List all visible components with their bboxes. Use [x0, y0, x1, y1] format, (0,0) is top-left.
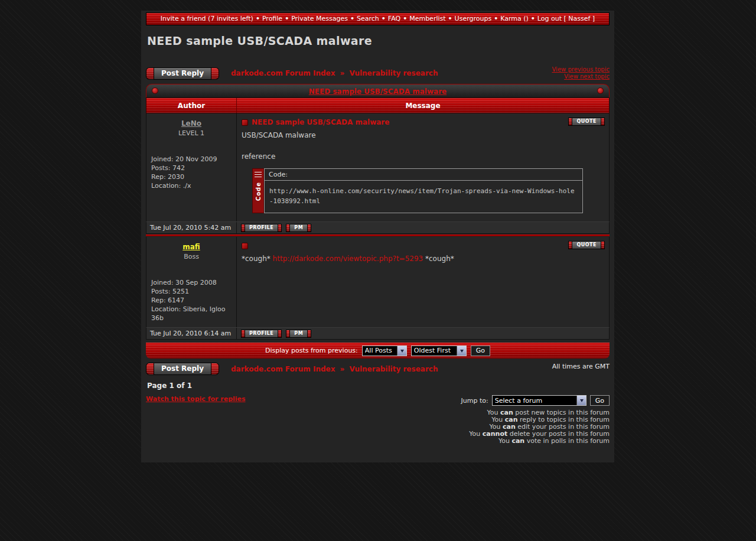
view-previous-topic-link[interactable]: View previous topic: [552, 66, 610, 73]
button-cap: [278, 224, 281, 232]
posts-filter-select[interactable]: All Posts: [362, 346, 407, 356]
quote-button[interactable]: QUOTE: [568, 241, 605, 249]
quote-label: QUOTE: [572, 242, 601, 249]
user-rank: Boss: [150, 253, 233, 260]
breadcrumb-separator: »: [340, 365, 345, 373]
post-reply-label: Post Reply: [154, 363, 211, 374]
button-cap: [569, 118, 572, 125]
breadcrumb-forum-index[interactable]: darkode.com Forum Index: [231, 69, 335, 77]
jump-to-row: Jump to: Select a forum Go: [461, 395, 610, 406]
username-link[interactable]: LeNo: [181, 119, 201, 128]
user-rep: Rep: 6147: [151, 296, 233, 305]
nav-logout[interactable]: Log out [ Nassef ]: [537, 15, 595, 22]
post-body-line: *cough* http://darkode.com/viewtopic.php…: [242, 254, 604, 263]
post-footer-row: Tue Jul 20, 2010 5:42 am PROFILE PM: [146, 221, 610, 234]
nav-private-messages[interactable]: Private Messages: [291, 15, 348, 22]
code-side-label: Code: [255, 182, 262, 201]
pm-button[interactable]: PM: [286, 330, 311, 338]
message-column-header: Message: [237, 98, 609, 113]
footer-row: Watch this topic for replies Jump to: Se…: [146, 395, 610, 445]
display-posts-label: Display posts from previous:: [265, 347, 358, 354]
table-header-row: Author Message: [146, 97, 610, 113]
nav-search[interactable]: Search: [357, 15, 379, 22]
user-post-count: Posts: 5251: [151, 287, 233, 296]
user-rep: Rep: 2030: [151, 172, 233, 181]
button-cap: [146, 68, 154, 79]
topic-url-link[interactable]: http://darkode.com/viewtopic.php?t=5293: [273, 255, 423, 263]
top-toolbar: Post Reply darkode.com Forum Index » Vul…: [146, 66, 610, 80]
button-cap: [308, 330, 311, 337]
user-location: Location: ./x: [151, 181, 233, 190]
message-cell: QUOTE NEED sample USB/SCADA malware USB/…: [237, 113, 609, 221]
button-cap: [242, 224, 245, 232]
user-joined: Joined: 30 Sep 2008: [151, 278, 233, 287]
code-header: Code:: [265, 169, 582, 181]
nav-separator: •: [494, 15, 498, 22]
post-body-line: reference: [242, 152, 604, 161]
message-cell: QUOTE *cough* http://darkode.com/viewtop…: [237, 237, 609, 327]
post-icon: [242, 243, 248, 249]
profile-label: PROFILE: [245, 224, 278, 232]
username-link[interactable]: mafi: [183, 243, 200, 251]
button-cap: [242, 330, 245, 337]
breadcrumb-forum-index[interactable]: darkode.com Forum Index: [231, 365, 335, 373]
user-stats: Joined: 30 Sep 2008 Posts: 5251 Rep: 614…: [150, 278, 233, 322]
post-reply-button[interactable]: Post Reply: [146, 363, 219, 375]
pm-button[interactable]: PM: [286, 224, 311, 232]
sort-order-select-wrap: Oldest First: [411, 346, 467, 356]
user-joined: Joined: 20 Nov 2009: [151, 155, 233, 164]
nav-separator: •: [448, 15, 452, 22]
post-divider: [146, 234, 610, 236]
author-column-header: Author: [146, 98, 237, 113]
breadcrumb-section[interactable]: Vulnerability research: [350, 69, 438, 77]
code-content: http://www.h-online.com/security/news/it…: [265, 181, 582, 213]
nav-separator: •: [403, 15, 407, 22]
topic-nav-links: View previous topic View next topic: [552, 66, 610, 80]
nav-invite-friend[interactable]: Invite a friend (7 invites left): [161, 15, 253, 22]
timezone-note: All times are GMT: [552, 363, 610, 370]
post-timestamp: Tue Jul 20, 2010 6:14 am: [146, 328, 237, 339]
nav-profile[interactable]: Profile: [262, 15, 282, 22]
posts-filter-select-wrap: All Posts: [362, 346, 407, 356]
user-rank: LEVEL 1: [150, 129, 233, 137]
profile-button[interactable]: PROFILE: [241, 224, 282, 232]
user-stats: Joined: 20 Nov 2009 Posts: 742 Rep: 2030…: [150, 155, 233, 190]
breadcrumb-section[interactable]: Vulnerability research: [350, 365, 438, 373]
nav-separator: •: [256, 15, 260, 22]
nav-memberlist[interactable]: Memberlist: [409, 15, 445, 22]
breadcrumb-separator: »: [340, 69, 345, 77]
button-cap: [211, 68, 219, 79]
author-cell: mafi Boss Joined: 30 Sep 2008 Posts: 525…: [146, 237, 237, 327]
jump-to-select[interactable]: Select a forum: [492, 395, 586, 406]
user-location: Location: Siberia, Igloo 36b: [151, 305, 233, 322]
post-subject: NEED sample USB/SCADA malware: [252, 118, 389, 126]
red-dot-icon: [597, 87, 604, 94]
nav-usergroups[interactable]: Usergroups: [455, 15, 492, 22]
code-block: Code Code: http://www.h-online.com/secur…: [252, 168, 583, 213]
button-cap: [278, 330, 281, 337]
top-nav-bar: Invite a friend (7 invites left)•Profile…: [146, 12, 610, 25]
sort-order-select[interactable]: Oldest First: [411, 346, 467, 356]
jump-go-button[interactable]: Go: [590, 395, 610, 406]
post-reply-button[interactable]: Post Reply: [146, 67, 219, 80]
breadcrumb: darkode.com Forum Index » Vulnerability …: [231, 69, 438, 77]
post-row: mafi Boss Joined: 30 Sep 2008 Posts: 525…: [146, 237, 610, 327]
profile-label: PROFILE: [245, 330, 278, 337]
button-cap: [601, 242, 604, 249]
quote-label: QUOTE: [572, 118, 601, 125]
code-side-strip: Code: [252, 168, 264, 213]
topic-title-link[interactable]: NEED sample USB/SCADA malware: [309, 87, 447, 96]
author-cell: LeNo LEVEL 1 Joined: 20 Nov 2009 Posts: …: [146, 113, 237, 221]
post-icon: [242, 119, 248, 126]
profile-button[interactable]: PROFILE: [241, 330, 282, 338]
jump-to-label: Jump to:: [461, 397, 488, 405]
watch-topic-link[interactable]: Watch this topic for replies: [146, 395, 246, 403]
breadcrumb: darkode.com Forum Index » Vulnerability …: [231, 365, 438, 373]
nav-faq[interactable]: FAQ: [388, 15, 400, 22]
forum-permissions: You can post new topics in this forum Yo…: [461, 409, 610, 445]
display-go-button[interactable]: Go: [471, 346, 490, 356]
view-next-topic-link[interactable]: View next topic: [552, 73, 610, 80]
quote-button[interactable]: QUOTE: [568, 118, 605, 126]
nav-karma[interactable]: Karma (): [500, 15, 529, 22]
topic-table: NEED sample USB/SCADA malware Author Mes…: [146, 84, 610, 359]
